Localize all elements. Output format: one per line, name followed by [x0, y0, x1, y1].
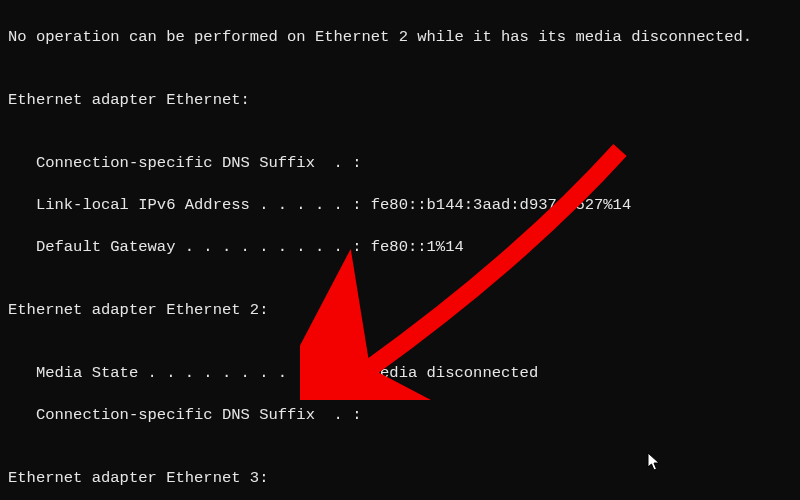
output-eth2-media: Media State . . . . . . . . . . . : Medi… — [8, 363, 792, 384]
output-eth-dns: Connection-specific DNS Suffix . : — [8, 153, 792, 174]
output-eth-ipv6: Link-local IPv6 Address . . . . . : fe80… — [8, 195, 792, 216]
output-eth2-header: Ethernet adapter Ethernet 2: — [8, 300, 792, 321]
output-eth-header: Ethernet adapter Ethernet: — [8, 90, 792, 111]
output-eth-gateway: Default Gateway . . . . . . . . . : fe80… — [8, 237, 792, 258]
terminal-output[interactable]: No operation can be performed on Etherne… — [0, 0, 800, 500]
output-eth2-dns: Connection-specific DNS Suffix . : — [8, 405, 792, 426]
output-eth3-header: Ethernet adapter Ethernet 3: — [8, 468, 792, 489]
output-line-error: No operation can be performed on Etherne… — [8, 27, 792, 48]
